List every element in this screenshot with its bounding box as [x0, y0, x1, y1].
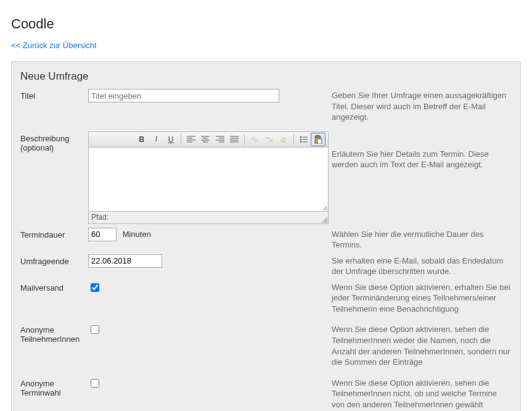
help-beschreibung: Erläutern Sie hier Details zum Termin. D…	[332, 131, 512, 170]
align-left-icon[interactable]	[184, 133, 198, 146]
umfrageende-input[interactable]	[88, 254, 162, 268]
bold-icon[interactable]: B	[134, 133, 149, 146]
label-anon-teilnehmer: Anonyme TeilnehmerInnen	[20, 323, 88, 344]
label-anon-terminwahl-l1: Anonyme	[20, 379, 54, 388]
help-umfrageende: Sie erhalten eine E-Mail, sobald das End…	[332, 254, 512, 277]
link-icon[interactable]	[247, 133, 262, 146]
svg-rect-25	[317, 139, 322, 144]
rte-toolbar: B I U	[88, 131, 329, 147]
svg-point-21	[300, 141, 301, 143]
label-beschreibung-line1: Beschreibung	[20, 134, 70, 143]
italic-icon[interactable]: I	[149, 133, 164, 146]
help-termindauer: Wählen Sie hier die vermutliche Dauer de…	[332, 228, 512, 251]
help-anon-teilnehmer: Wenn Sie diese Option aktivieren, sehen …	[332, 323, 512, 367]
unlink-icon[interactable]	[262, 133, 277, 146]
rte-path: Pfad:	[88, 212, 329, 224]
help-titel: Geben Sie Ihrer Umfrage einen aussagekrä…	[332, 89, 512, 123]
titel-input[interactable]	[88, 89, 279, 102]
cleanup-icon[interactable]	[276, 133, 291, 146]
termindauer-input[interactable]	[88, 228, 117, 241]
mailversand-checkbox[interactable]	[91, 283, 99, 292]
svg-rect-24	[316, 135, 319, 137]
bullets-icon[interactable]	[297, 133, 311, 146]
label-anon-teilnehmer-l1: Anonyme	[20, 325, 54, 334]
label-mailversand: Mailversand	[20, 281, 88, 293]
align-justify-icon[interactable]	[227, 133, 242, 146]
label-umfrageende: Umfrageende	[20, 254, 88, 266]
back-link[interactable]: << Zurück zur Übersicht	[11, 41, 97, 50]
help-anon-terminwahl: Wenn Sie diese Option aktivieren, sehen …	[332, 376, 512, 411]
anon-terminwahl-checkbox[interactable]	[91, 379, 99, 388]
label-anon-teilnehmer-l2: TeilnehmerInnen	[20, 334, 80, 344]
label-beschreibung-line2: (optional)	[20, 143, 54, 152]
help-mailversand: Wenn Sie diese Option aktivieren, erhalt…	[332, 281, 512, 315]
form-title: Neue Umfrage	[20, 70, 512, 83]
align-right-icon[interactable]	[213, 133, 227, 146]
label-termindauer: Termindauer	[20, 228, 88, 239]
underline-icon[interactable]: U	[163, 133, 178, 146]
rte-textarea[interactable]	[88, 147, 329, 212]
label-anon-terminwahl: Anonyme Terminwahl	[20, 376, 88, 397]
align-center-icon[interactable]	[198, 133, 213, 146]
termindauer-unit: Minuten	[123, 230, 151, 239]
anon-teilnehmer-checkbox[interactable]	[91, 325, 99, 334]
form-panel: Neue Umfrage Titel Geben Sie Ihrer Umfra…	[11, 61, 521, 411]
paste-icon[interactable]	[311, 133, 325, 146]
svg-point-17	[300, 136, 301, 138]
app-title: Coodle	[11, 16, 521, 32]
label-beschreibung: Beschreibung (optional)	[20, 131, 88, 152]
svg-point-19	[300, 138, 301, 140]
rte-editor: B I U	[88, 131, 329, 224]
label-anon-terminwahl-l2: Terminwahl	[20, 388, 61, 397]
label-titel: Titel	[20, 89, 88, 101]
